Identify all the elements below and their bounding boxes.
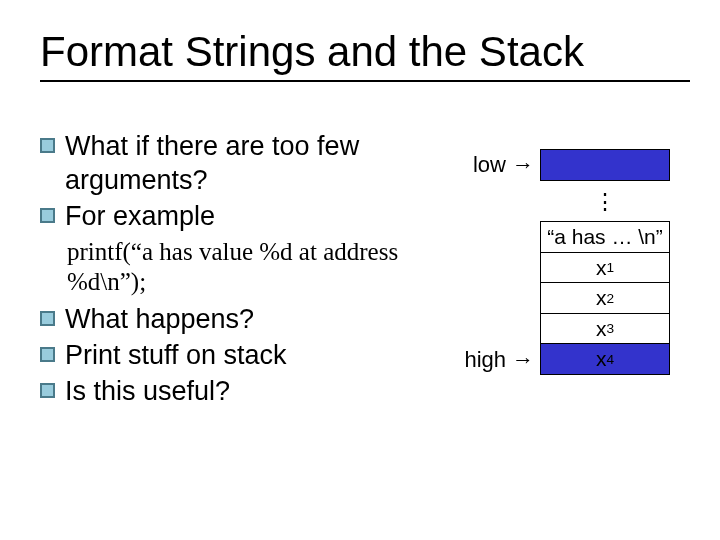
bullet-square-icon — [40, 208, 55, 223]
stack-cell-x3: x3 — [540, 313, 670, 345]
stack-cell-x2: x2 — [540, 282, 670, 314]
cell-base: x — [596, 256, 607, 280]
stack-diagram: low → ⋮ “a has … \n” x1 x2 x3 high → x4 — [460, 150, 670, 375]
cell-base: x — [596, 347, 607, 371]
bullet-list: What if there are too few arguments? For… — [40, 130, 420, 411]
bullet-square-icon — [40, 311, 55, 326]
stack-cell-format-string: “a has … \n” — [540, 221, 670, 253]
arrow-right-icon: → — [512, 347, 534, 373]
low-label: low — [473, 152, 506, 178]
cell-sub: 1 — [606, 260, 614, 275]
stack-row: x3 — [460, 314, 670, 345]
bullet-text: Print stuff on stack — [65, 339, 287, 373]
bullet-text: Is this useful? — [65, 375, 230, 409]
cell-base: x — [596, 286, 607, 310]
list-item: Is this useful? — [40, 375, 420, 409]
high-label: high — [464, 347, 506, 373]
cell-sub: 2 — [606, 291, 614, 306]
bullet-text: For example — [65, 200, 215, 234]
stack-cell-x1: x1 — [540, 252, 670, 284]
cell-sub: 4 — [606, 352, 614, 367]
bullet-square-icon — [40, 347, 55, 362]
stack-cell-x4: x4 — [540, 343, 670, 375]
stack-row: x1 — [460, 253, 670, 284]
bullet-square-icon — [40, 138, 55, 153]
vertical-ellipsis-icon: ⋮ — [540, 191, 670, 213]
list-item: What happens? — [40, 303, 420, 337]
stack-cell-blank-top — [540, 149, 670, 181]
list-item: Print stuff on stack — [40, 339, 420, 373]
stack-row-low: low → — [460, 150, 670, 181]
cell-base: x — [596, 317, 607, 341]
bullet-text: What if there are too few arguments? — [65, 130, 420, 198]
stack-row-high: high → x4 — [460, 345, 670, 376]
bullet-square-icon — [40, 383, 55, 398]
stack-row: x2 — [460, 284, 670, 315]
bullet-text: What happens? — [65, 303, 254, 337]
arrow-right-icon: → — [512, 152, 534, 178]
slide-title: Format Strings and the Stack — [40, 28, 690, 82]
list-item: For example — [40, 200, 420, 234]
cell-sub: 3 — [606, 321, 614, 336]
code-line: printf(“a has value %d at address %d\n”)… — [67, 237, 420, 297]
list-item: What if there are too few arguments? — [40, 130, 420, 198]
stack-row: “a has … \n” — [460, 223, 670, 254]
